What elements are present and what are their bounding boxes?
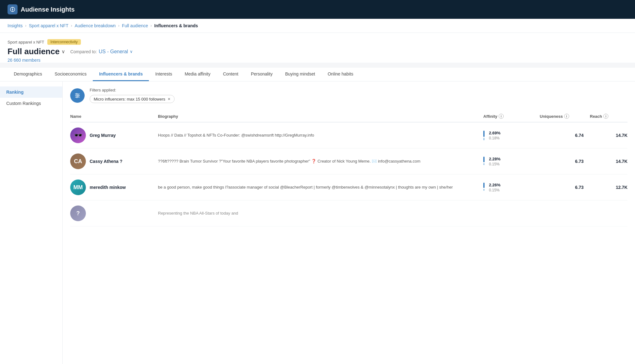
breadcrumb-sport-apparel[interactable]: Sport apparel x NFT [29,23,68,28]
person-name-2[interactable]: meredith minkow [90,185,126,190]
uniqueness-cell-1: 6.73 [540,159,590,164]
sidebar-item-ranking[interactable]: Ranking [0,86,62,98]
person-cell-0: 🕶️ Greg Murray [70,127,158,143]
project-label: Sport apparel x NFT [8,40,44,44]
avatar-3: ? [70,205,86,221]
affinity-sub-0: 0.18% [489,136,501,140]
affinity-cell-0: 2.69% 0.18% [483,131,540,140]
compared-to-label: Compared to: [70,49,97,54]
breadcrumb: Insights › Sport apparel x NFT › Audienc… [0,19,635,33]
person-name-0[interactable]: Greg Murray [90,133,116,138]
breadcrumb-sep-3: › [118,23,119,28]
affinity-sub-1: 0.15% [489,162,501,166]
svg-point-9 [76,96,77,97]
logo-icon [8,4,18,14]
affinity-main-0: 2.69% [489,131,501,135]
uniqueness-info-icon[interactable]: i [564,114,569,119]
tab-media-affinity[interactable]: Media affinity [178,68,217,81]
th-reach: Reach i [590,114,627,119]
page-content: Sport apparel x NFT Interconnectivity Fu… [0,33,635,63]
filter-chip-remove[interactable]: × [168,96,170,101]
app-header: Audiense Insights [0,0,635,19]
svg-point-8 [77,95,79,96]
compared-to-value[interactable]: US - General [99,49,128,55]
tab-online-habits[interactable]: Online habits [321,68,359,81]
th-affinity: Affinity i [483,114,540,119]
logo-container: Audiense Insights [8,4,75,14]
reach-cell-1: 14.7K [590,159,627,164]
table-row: CA Cassy Athena ? ??6ft????? Brain Tumor… [70,148,627,174]
person-cell-1: CA Cassy Athena ? [70,153,158,169]
affinity-nums-1: 2.28% 0.15% [489,157,501,166]
bio-cell-3: Representing the NBA All-Stars of today … [158,210,483,216]
th-biography: Biography [158,114,483,119]
table-header: Name Biography Affinity i Uniqueness i R… [70,111,627,122]
reach-cell-0: 14.7K [590,133,627,138]
filter-chip: Micro influencers: max 15 000 followers … [90,95,175,103]
tab-interests[interactable]: Interests [149,68,178,81]
avatar-1: CA [70,153,86,169]
table-container: Name Biography Affinity i Uniqueness i R… [70,111,627,226]
filters-info: Filters applied: Micro influencers: max … [90,88,175,103]
main-layout: Ranking Custom Rankings Filters applied:… [0,81,635,364]
uniqueness-cell-2: 6.73 [540,185,590,190]
tab-influencers[interactable]: Influencers & brands [93,68,149,81]
reach-cell-2: 12.7K [590,185,627,190]
tabs-bar: Demographics Socioeconomics Influencers … [0,68,635,81]
table-row: 🕶️ Greg Murray Hoops // Data // Topshot … [70,122,627,148]
affinity-main-2: 2.26% [489,183,501,187]
bio-cell-1: ??6ft????? Brain Tumor Survivor ?"Your f… [158,158,483,164]
breadcrumb-full-audience[interactable]: Full audience [122,23,148,28]
affinity-main-1: 2.28% [489,157,501,161]
filter-icon-button[interactable] [70,88,85,103]
tab-buying-mindset[interactable]: Buying mindset [279,68,322,81]
affinity-nums-2: 2.26% 0.15% [489,183,501,192]
sidebar: Ranking Custom Rankings [0,81,63,364]
compared-dropdown-icon[interactable]: ∨ [130,49,133,54]
filter-sliders-icon [74,92,81,99]
tab-personality[interactable]: Personality [244,68,279,81]
affinity-info-icon[interactable]: i [499,114,504,119]
members-count: 26 660 members [8,58,627,63]
person-name-1[interactable]: Cassy Athena ? [90,159,123,164]
reach-info-icon[interactable]: i [603,114,608,119]
filters-row: Filters applied: Micro influencers: max … [70,88,627,103]
person-cell-2: MM meredith minkow [70,179,158,195]
audience-name: Full audience [8,47,60,56]
table-row: MM meredith minkow be a good person, mak… [70,174,627,200]
affinity-nums-0: 2.69% 0.18% [489,131,501,140]
uniqueness-cell-0: 6.74 [540,133,590,138]
audience-label-row: Sport apparel x NFT Interconnectivity [8,39,627,45]
breadcrumb-sep-2: › [71,23,72,28]
avatar-0: 🕶️ [70,127,86,143]
affinity-cell-2: 2.26% 0.15% [483,183,540,192]
audience-title-row: Full audience ∨ Compared to: US - Genera… [8,47,627,56]
avatar-2: MM [70,179,86,195]
svg-point-1 [12,9,13,10]
breadcrumb-insights[interactable]: Insights [8,23,23,28]
affinity-cell-1: 2.28% 0.15% [483,157,540,166]
th-uniqueness: Uniqueness i [540,114,590,119]
th-name: Name [70,114,158,119]
sidebar-item-custom-rankings[interactable]: Custom Rankings [0,98,62,109]
breadcrumb-audience-breakdown[interactable]: Audience breakdown [75,23,116,28]
app-title: Audiense Insights [21,6,75,13]
content-area: Filters applied: Micro influencers: max … [63,81,635,364]
filter-chip-label: Micro influencers: max 15 000 followers [94,97,165,101]
affinity-sub-2: 0.15% [489,188,501,192]
breadcrumb-sep-1: › [25,23,26,28]
tab-demographics[interactable]: Demographics [8,68,48,81]
svg-point-7 [76,93,77,94]
person-cell-3: ? [70,205,158,221]
breadcrumb-influencers: Influencers & brands [154,23,198,28]
audience-dropdown-icon[interactable]: ∨ [61,49,65,55]
tab-socioeconomics[interactable]: Socioeconomics [48,68,93,81]
bio-cell-2: be a good person, make good things l?ass… [158,184,483,190]
table-row: ? Representing the NBA All-Stars of toda… [70,200,627,226]
filters-applied-label: Filters applied: [90,88,175,92]
breadcrumb-sep-4: › [150,23,152,28]
tab-content[interactable]: Content [217,68,244,81]
interconnectivity-badge: Interconnectivity [47,39,81,45]
bio-cell-0: Hoops // Data // Topshot & NFTs Co-Found… [158,132,483,138]
